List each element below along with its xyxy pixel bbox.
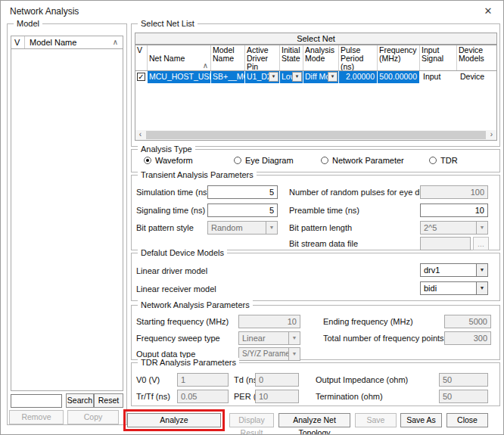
starting-frequency-input: [238, 315, 300, 328]
display-result-button[interactable]: Display Result: [229, 413, 274, 427]
tdr-group-label: TDR Analysis Parameters: [138, 358, 239, 367]
network-analysis-dialog: Network Analysis ✕ Model V Model Name ∧ …: [0, 0, 504, 435]
horizontal-scrollbar[interactable]: ‹ ›: [135, 130, 496, 140]
td-input: [255, 373, 299, 387]
col-net-name[interactable]: Net Name ∧: [148, 45, 211, 70]
model-group-label: Model: [14, 19, 42, 28]
bit-pattern-style-label: Bit pattern style: [136, 223, 194, 232]
net-table-row[interactable]: ✓ MCU_HOST_USB+ SB+__MCU U1_D2 ▼ Low ▼ D…: [135, 71, 496, 83]
linear-driver-label: Linear driver model: [136, 266, 207, 275]
linear-driver-select[interactable]: drv1 ▼: [420, 263, 488, 277]
reset-button[interactable]: Reset: [94, 393, 123, 408]
bit-stream-file-label: Bit stream data file: [289, 239, 358, 248]
trtf-input: [177, 390, 229, 403]
simulation-time-input[interactable]: [207, 185, 278, 199]
chevron-down-icon: ▼: [288, 332, 300, 344]
row-active-driver-pin[interactable]: U1_D2 ▼: [245, 71, 280, 83]
col-input-signal[interactable]: Input Signal: [420, 45, 457, 70]
radio-eye-diagram[interactable]: Eye Diagram: [234, 156, 294, 165]
row-model-name[interactable]: SB+__MCU: [211, 71, 245, 83]
analyze-net-topology-button[interactable]: Analyze Net Topology: [278, 413, 350, 427]
col-device-models[interactable]: Device Models: [457, 45, 495, 70]
bit-pattern-length-select: 2^5 ▼: [420, 221, 488, 235]
device-models-group: Defalut Device Models Linear driver mode…: [131, 253, 500, 301]
model-check-column-header[interactable]: V: [11, 36, 25, 48]
v0-input: [177, 373, 229, 387]
col-active-driver[interactable]: Active Driver Pin: [245, 45, 280, 70]
sort-asc-icon[interactable]: ∧: [203, 61, 208, 70]
title-bar: Network Analysis ✕: [1, 1, 503, 20]
row-frequency[interactable]: 500.00000: [378, 71, 420, 83]
dialog-title: Network Analysis: [10, 6, 79, 17]
radio-icon: [144, 157, 151, 164]
row-input-signal[interactable]: Input: [420, 71, 457, 83]
radio-network-parameter[interactable]: Network Parameter: [321, 156, 404, 165]
select-net-band-header[interactable]: Select Net: [135, 33, 497, 45]
scrollbar-thumb[interactable]: [146, 131, 486, 139]
termination-label: Termination (ohm): [316, 392, 383, 401]
net-table: V Net Name ∧ Model Name Active Driver Pi…: [135, 45, 497, 141]
row-analysis-mode[interactable]: Diff Mo ▼: [303, 71, 339, 83]
col-check[interactable]: V: [135, 45, 148, 70]
trtf-label: Tr/Tf (ns): [136, 392, 170, 401]
total-points-label: Total number of frequency points: [323, 334, 444, 343]
select-net-list-group: Select Net List Select Net V Net Name ∧ …: [131, 23, 500, 147]
row-net-name[interactable]: MCU_HOST_USB+: [148, 71, 211, 83]
scroll-left-icon[interactable]: ‹: [135, 130, 145, 140]
row-device-models[interactable]: Device: [457, 71, 495, 83]
bit-stream-file-input: [420, 237, 471, 250]
close-button[interactable]: Close: [446, 413, 488, 427]
row-initial-state[interactable]: Low ▼: [280, 71, 303, 83]
copy-button[interactable]: Copy: [67, 410, 119, 424]
close-icon[interactable]: ✕: [482, 5, 494, 17]
browse-button: ...: [473, 237, 489, 250]
model-list-header[interactable]: V Model Name ∧: [11, 36, 123, 49]
output-impedance-label: Output Impedance (ohm): [316, 375, 408, 384]
signaling-time-label: Signaling time (ns): [136, 206, 205, 215]
signaling-time-input[interactable]: [207, 204, 278, 217]
chevron-down-icon[interactable]: ▼: [476, 264, 487, 276]
select-net-list-label: Select Net List: [138, 19, 198, 28]
radio-waveform[interactable]: Waveform: [144, 156, 193, 165]
transient-group: Transient Analysis Parameters Simulation…: [131, 175, 500, 250]
analyze-button[interactable]: Analyze: [127, 413, 221, 427]
network-params-group-label: Network Analysis Parameters: [138, 300, 253, 309]
chevron-down-icon: ▼: [288, 348, 300, 360]
chevron-down-icon[interactable]: ▼: [269, 72, 278, 82]
transient-group-label: Transient Analysis Parameters: [138, 170, 257, 179]
model-filter-input[interactable]: [11, 394, 62, 408]
chevron-down-icon[interactable]: ▼: [476, 282, 487, 294]
save-button[interactable]: Save: [355, 413, 397, 427]
output-impedance-input: [439, 373, 488, 387]
random-pulses-input: [420, 185, 488, 199]
col-initial-state[interactable]: Initial State: [280, 45, 303, 70]
scroll-right-icon[interactable]: ›: [487, 130, 496, 140]
row-pulse-period[interactable]: 2.00000: [339, 71, 378, 83]
preamble-time-label: Preamble time (ns): [289, 206, 359, 215]
bit-pattern-style-select: Random ▼: [207, 221, 278, 235]
preamble-time-input[interactable]: [420, 204, 488, 217]
col-model-name[interactable]: Model Name: [211, 45, 245, 70]
col-frequency[interactable]: Frequency (MHz): [378, 45, 420, 70]
save-as-button[interactable]: Save As: [400, 413, 442, 427]
model-group: Model V Model Name ∧ Search Reset Remove…: [7, 23, 127, 425]
termination-input: [439, 390, 488, 403]
net-table-header: V Net Name ∧ Model Name Active Driver Pi…: [135, 45, 496, 71]
bit-pattern-length-label: Bit pattern length: [289, 223, 352, 232]
sort-asc-icon[interactable]: ∧: [113, 38, 118, 46]
search-button[interactable]: Search: [66, 393, 94, 408]
radio-tdr[interactable]: TDR: [429, 156, 458, 165]
chevron-down-icon[interactable]: ▼: [328, 72, 338, 82]
model-name-column-header[interactable]: Model Name ∧: [25, 36, 123, 48]
chevron-down-icon: ▼: [476, 222, 487, 234]
linear-receiver-select[interactable]: bidi ▼: [420, 281, 488, 295]
col-pulse-period[interactable]: Pulse Period (ns): [339, 45, 378, 70]
chevron-down-icon[interactable]: ▼: [292, 72, 302, 82]
col-analysis-mode[interactable]: Analysis Mode: [303, 45, 339, 70]
row-checkbox[interactable]: ✓: [137, 73, 145, 81]
row-check-cell: ✓: [135, 71, 148, 83]
remove-button[interactable]: Remove: [9, 410, 64, 424]
analysis-type-label: Analysis Type: [138, 144, 195, 154]
model-list[interactable]: [11, 49, 123, 391]
linear-receiver-label: Linear receiver model: [136, 284, 216, 294]
